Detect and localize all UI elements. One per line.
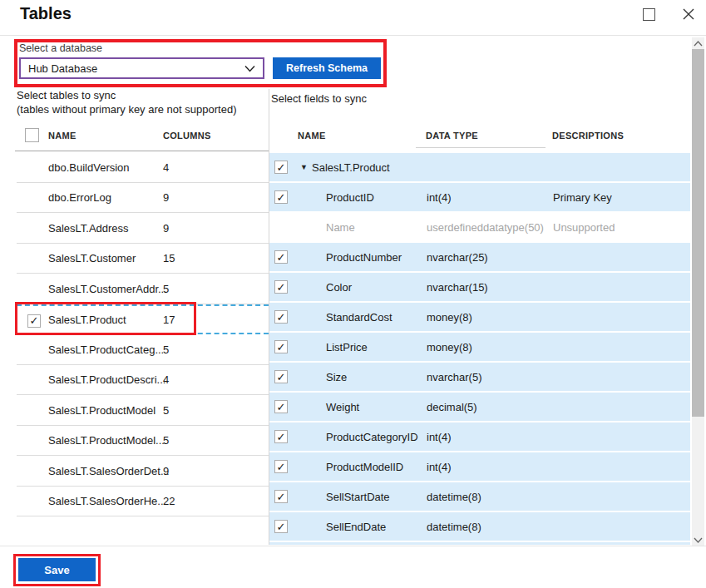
fields-column-header-name: NAME bbox=[298, 131, 326, 141]
database-select[interactable]: Hub Database bbox=[19, 57, 264, 79]
scrollbar-up-icon[interactable] bbox=[692, 37, 704, 49]
table-row[interactable]: ✓ SalesLT.ProductModel 5 bbox=[17, 395, 269, 426]
field-row[interactable]: ✓ ▼ SellStartDate datetime(8) bbox=[269, 482, 690, 511]
field-row[interactable]: ✓ ▼ StandardCost money(8) bbox=[269, 303, 690, 331]
tables-panel-subheading: (tables without primary key are not supp… bbox=[17, 103, 236, 116]
table-row[interactable]: ✓ dbo.ErrorLog 9 bbox=[17, 183, 269, 214]
table-row[interactable]: ✓ SalesLT.Customer 15 bbox=[17, 244, 269, 274]
save-button[interactable]: Save bbox=[18, 558, 96, 581]
row-checkbox[interactable]: ✓ bbox=[274, 250, 288, 264]
row-checkbox[interactable]: ✓ bbox=[274, 280, 288, 294]
field-name: ProductModelID bbox=[326, 461, 403, 473]
checkmark-icon: ✓ bbox=[277, 252, 286, 263]
field-row[interactable]: ✓ ▼ Color nvarchar(15) bbox=[269, 273, 690, 301]
field-name: ProductNumber bbox=[326, 251, 402, 264]
row-checkbox[interactable]: ✓ bbox=[274, 310, 288, 324]
database-select-value: Hub Database bbox=[28, 62, 244, 75]
field-name: Size bbox=[326, 371, 347, 383]
table-name: SalesLT.ProductModel bbox=[48, 403, 156, 416]
scrollbar-thumb[interactable] bbox=[692, 49, 704, 417]
table-columns-count: 4 bbox=[163, 373, 169, 386]
field-row[interactable]: ✓ ▼ Weight decimal(5) bbox=[269, 393, 690, 421]
table-row[interactable]: ✓ SalesLT.ProductDescri... 4 bbox=[17, 365, 269, 396]
row-checkbox[interactable]: ✓ bbox=[274, 190, 288, 204]
field-name: ProductID bbox=[326, 191, 374, 204]
field-datatype: datetime(8) bbox=[427, 521, 481, 533]
table-name: SalesLT.ProductDescri... bbox=[48, 373, 165, 386]
field-name: SellEndDate bbox=[326, 521, 386, 533]
table-name: dbo.BuildVersion bbox=[48, 161, 130, 173]
table-row[interactable]: ✓ dbo.BuildVersion 4 bbox=[17, 152, 269, 183]
field-row[interactable]: ✓ ▼ ProductModelID int(4) bbox=[269, 452, 690, 481]
field-row[interactable]: ✓ ▼ ProductNumber nvarchar(25) bbox=[269, 243, 690, 271]
field-row[interactable]: ✓ ▼ ProductID int(4) Primary Key bbox=[269, 183, 690, 211]
field-datatype: int(4) bbox=[427, 461, 452, 473]
table-columns-count: 4 bbox=[163, 161, 169, 173]
row-checkbox[interactable]: ✓ bbox=[274, 520, 288, 533]
tables-column-header-name: NAME bbox=[48, 131, 77, 141]
checkmark-icon: ✓ bbox=[30, 315, 39, 326]
table-name: SalesLT.Product bbox=[48, 313, 126, 325]
chevron-down-icon bbox=[244, 62, 255, 75]
table-row[interactable]: ✓ SalesLT.SalesOrderHe... 22 bbox=[17, 487, 269, 517]
close-icon[interactable] bbox=[679, 5, 698, 23]
field-name: Weight bbox=[326, 401, 359, 413]
field-name: ListPrice bbox=[326, 341, 368, 353]
footer-separator bbox=[0, 546, 706, 546]
table-name: SalesLT.CustomerAddr... bbox=[48, 282, 167, 294]
fields-header-underline bbox=[416, 147, 546, 148]
vertical-scrollbar[interactable] bbox=[692, 37, 704, 546]
collapse-triangle-icon[interactable]: ▼ bbox=[300, 163, 308, 171]
table-name: dbo.ErrorLog bbox=[48, 191, 111, 204]
field-datatype: datetime(8) bbox=[427, 491, 481, 503]
field-datatype: int(4) bbox=[427, 191, 452, 204]
field-datatype: money(8) bbox=[427, 311, 472, 324]
row-checkbox[interactable]: ✓ bbox=[274, 400, 288, 413]
row-checkbox[interactable]: ✓ bbox=[274, 430, 288, 443]
field-datatype: nvarchar(25) bbox=[427, 251, 488, 264]
checkmark-icon: ✓ bbox=[277, 432, 286, 442]
checkmark-icon: ✓ bbox=[277, 521, 286, 532]
row-checkbox[interactable]: ✓ bbox=[274, 460, 288, 473]
field-row[interactable]: ✓ ▼ Size nvarchar(5) bbox=[269, 363, 690, 391]
row-checkbox[interactable]: ✓ bbox=[274, 490, 288, 503]
field-datatype: nvarchar(15) bbox=[427, 281, 488, 294]
table-row[interactable]: ✓ SalesLT.Product 17 bbox=[17, 304, 269, 335]
row-checkbox[interactable]: ✓ bbox=[274, 370, 288, 383]
field-row[interactable]: ✓ ▼ ProductCategoryID int(4) bbox=[269, 422, 690, 451]
checkmark-icon: ✓ bbox=[277, 312, 286, 323]
field-row[interactable]: ✓ ▼ SellEndDate datetime(8) bbox=[269, 512, 690, 541]
table-columns-count: 5 bbox=[163, 343, 169, 355]
field-datatype: int(4) bbox=[427, 431, 452, 443]
field-datatype: decimal(5) bbox=[427, 401, 477, 413]
tables-header-underline bbox=[15, 151, 269, 151]
database-label: Select a database bbox=[19, 42, 102, 54]
table-row[interactable]: ✓ SalesLT.SalesOrderDet... 9 bbox=[17, 456, 269, 487]
table-name: SalesLT.Customer bbox=[48, 252, 136, 264]
table-columns-count: 17 bbox=[163, 313, 175, 325]
table-row[interactable]: ✓ SalesLT.ProductModel... 5 bbox=[17, 426, 269, 457]
table-columns-count: 5 bbox=[163, 403, 169, 416]
table-row[interactable]: ✓ SalesLT.CustomerAddr... 5 bbox=[17, 274, 269, 304]
field-row[interactable]: ✓ ▼ ListPrice money(8) bbox=[269, 333, 690, 361]
row-checkbox[interactable]: ✓ bbox=[274, 161, 288, 174]
table-row[interactable]: ✓ SalesLT.Address 9 bbox=[17, 213, 269, 244]
table-columns-count: 15 bbox=[163, 252, 175, 264]
fields-column-header-datatype: DATA TYPE bbox=[426, 131, 478, 141]
field-row[interactable]: ✓ ▼ Name userdefineddatatype(50) Unsuppo… bbox=[269, 213, 690, 241]
scrollbar-down-icon[interactable] bbox=[692, 534, 704, 546]
row-checkbox[interactable]: ✓ bbox=[274, 340, 288, 353]
row-checkbox[interactable]: ✓ bbox=[27, 314, 41, 328]
table-columns-count: 5 bbox=[163, 434, 169, 447]
title-separator bbox=[0, 35, 706, 36]
checkmark-icon: ✓ bbox=[277, 402, 286, 413]
field-row-partial bbox=[269, 542, 690, 545]
table-row[interactable]: ✓ SalesLT.ProductCateg... 5 bbox=[17, 334, 269, 365]
maximize-icon[interactable] bbox=[643, 8, 655, 21]
field-row[interactable]: ✓ ▼ SalesLT.Product bbox=[269, 153, 690, 181]
field-name: SalesLT.Product bbox=[312, 161, 390, 174]
select-all-checkbox[interactable]: ✓ bbox=[25, 128, 39, 142]
field-name: SellStartDate bbox=[326, 491, 390, 503]
checkmark-icon: ✓ bbox=[277, 192, 286, 203]
refresh-schema-button[interactable]: Refresh Schema bbox=[273, 57, 381, 79]
